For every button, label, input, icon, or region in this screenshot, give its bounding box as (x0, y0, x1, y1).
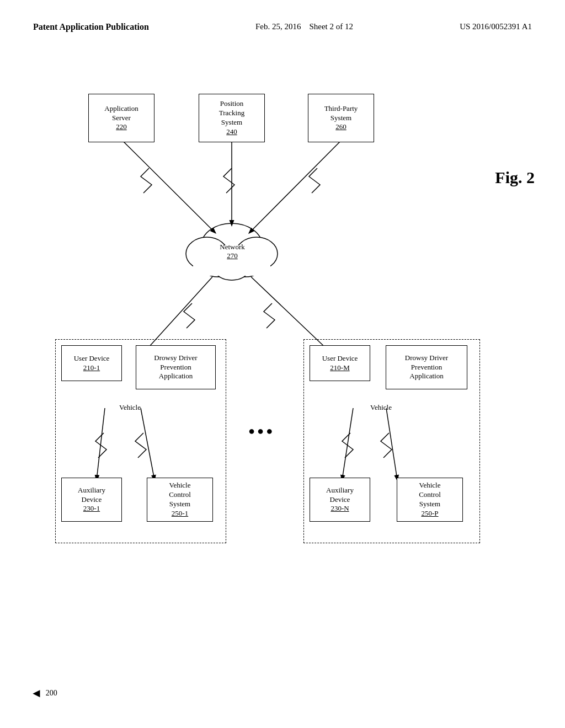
user-device-1-box: User Device 210-1 (61, 345, 122, 381)
vehicle-control-1-num: 250-1 (172, 509, 188, 518)
svg-line-7 (122, 141, 215, 233)
third-party-label: Third-PartySystem (324, 104, 358, 123)
svg-point-5 (215, 260, 248, 280)
diagram-reference: ◄ 200 (30, 686, 57, 700)
drowsy-app-m-box: Drowsy DriverPreventionApplication (386, 345, 467, 389)
third-party-box: Third-PartySystem 260 (308, 94, 374, 142)
position-tracking-box: PositionTrackingSystem 240 (199, 94, 265, 142)
user-device-1-num: 210-1 (83, 363, 100, 373)
publication-number: US 2016/0052391 A1 (460, 22, 532, 31)
app-server-num: 220 (116, 122, 127, 132)
position-tracking-label: PositionTrackingSystem (219, 99, 244, 127)
aux-device-1-label: AuxiliaryDevice (78, 486, 105, 505)
sheet-info: Sheet 2 of 12 (309, 22, 353, 31)
page-header: Patent Application Publication Feb. 25, … (0, 0, 565, 32)
left-vehicle-container: User Device 210-1 Drowsy DriverPreventio… (55, 339, 226, 543)
aux-device-1-num: 230-1 (83, 504, 100, 513)
ref-arrow-symbol: ◄ (30, 686, 42, 700)
third-party-num: 260 (335, 122, 347, 132)
drowsy-app-m-label: Drowsy DriverPreventionApplication (405, 354, 448, 382)
user-device-1-label: User Device (74, 354, 110, 363)
network-label: Network 270 (212, 243, 252, 260)
publication-date-sheet: Feb. 25, 2016 Sheet 2 of 12 (255, 22, 353, 31)
ellipsis-dots: ●●● (248, 425, 275, 437)
position-tracking-num: 240 (226, 127, 237, 137)
fig-label: Fig. 2 (495, 168, 535, 187)
right-vehicle-container: User Device 210-M Drowsy DriverPreventio… (303, 339, 480, 543)
svg-line-9 (249, 141, 341, 233)
vehicle-control-p-label: VehicleControlSystem (419, 481, 441, 509)
vehicle-label-left: Vehicle (119, 403, 141, 412)
aux-device-n-num: 230-N (331, 504, 349, 513)
publication-title: Patent Application Publication (33, 22, 149, 32)
vehicle-control-p-box: VehicleControlSystem 250-P (397, 478, 463, 522)
diagram: ApplicationServer 220 PositionTrackingSy… (0, 83, 565, 711)
aux-device-1-box: AuxiliaryDevice 230-1 (61, 478, 122, 522)
aux-device-n-label: AuxiliaryDevice (326, 486, 354, 505)
drowsy-app-1-label: Drowsy DriverPreventionApplication (154, 354, 197, 382)
user-device-m-label: User Device (322, 354, 358, 363)
aux-device-n-box: AuxiliaryDevice 230-N (310, 478, 370, 522)
app-server-label: ApplicationServer (104, 104, 138, 123)
drowsy-app-1-box: Drowsy DriverPreventionApplication (136, 345, 216, 389)
vehicle-control-1-box: VehicleControlSystem 250-1 (147, 478, 213, 522)
network-num: 270 (227, 251, 238, 260)
user-device-m-box: User Device 210-M (310, 345, 370, 381)
user-device-m-num: 210-M (330, 363, 349, 373)
diagram-ref-num: 200 (46, 689, 57, 698)
vehicle-control-p-num: 250-P (421, 509, 438, 518)
vehicle-label-right: Vehicle (370, 403, 392, 412)
pub-date: Feb. 25, 2016 (255, 22, 301, 31)
app-server-box: ApplicationServer 220 (88, 94, 154, 142)
vehicle-control-1-label: VehicleControlSystem (169, 481, 191, 509)
